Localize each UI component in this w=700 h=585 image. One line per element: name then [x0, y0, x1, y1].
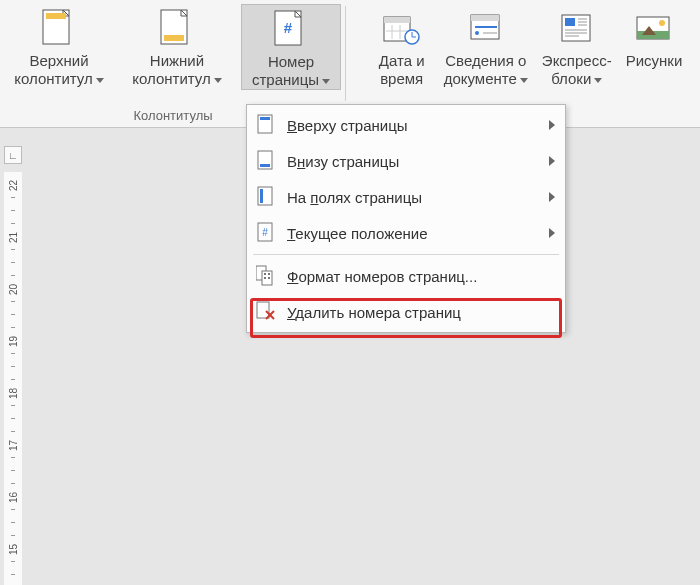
svg-text:#: # — [284, 19, 293, 36]
menu-separator — [253, 254, 559, 255]
date-time-button[interactable]: Дата и время — [372, 4, 432, 88]
menu-remove-page-numbers[interactable]: Удалить номера страниц — [247, 294, 565, 330]
svg-rect-3 — [164, 35, 184, 41]
pictures-button[interactable]: Рисунки — [624, 4, 685, 88]
chevron-down-icon — [520, 78, 528, 83]
svg-rect-36 — [260, 189, 263, 203]
submenu-arrow-icon — [549, 192, 555, 202]
svg-rect-41 — [264, 273, 266, 275]
current-position-icon: # — [253, 222, 279, 244]
header-icon — [42, 6, 76, 52]
ruler-corner: ∟ — [4, 146, 22, 164]
page-number-dropdown: Вверху страницы Внизу страницы На полях … — [246, 104, 566, 333]
footer-button[interactable]: Нижний колонтитул — [123, 4, 231, 90]
chevron-down-icon — [322, 79, 330, 84]
ruler-tick: 22 — [8, 177, 19, 195]
page-margins-icon — [253, 186, 279, 208]
vertical-ruler[interactable]: 2221201918171615 — [4, 172, 22, 585]
header-label-2: колонтитул — [14, 70, 93, 87]
chevron-down-icon — [594, 78, 602, 83]
svg-point-17 — [475, 31, 479, 35]
svg-rect-42 — [268, 273, 270, 275]
header-button[interactable]: Верхний колонтитул — [5, 4, 113, 90]
ruler-tick: 18 — [8, 385, 19, 403]
submenu-arrow-icon — [549, 156, 555, 166]
svg-rect-32 — [260, 117, 270, 120]
quick-parts-icon — [559, 6, 595, 52]
header-label-1: Верхний — [29, 52, 88, 70]
svg-rect-15 — [471, 15, 499, 21]
svg-rect-20 — [565, 18, 575, 26]
document-info-button[interactable]: Сведения о документе — [442, 4, 530, 88]
quick-parts-button[interactable]: Экспресс- блоки — [540, 4, 614, 88]
page-top-icon — [253, 114, 279, 136]
pictures-icon — [634, 6, 674, 52]
chevron-down-icon — [96, 78, 104, 83]
date-time-label-2: время — [380, 70, 423, 88]
quick-parts-label-2: блоки — [551, 70, 591, 87]
remove-page-numbers-icon — [253, 301, 279, 323]
page-number-label-2: страницы — [252, 71, 319, 88]
page-number-icon: # — [274, 7, 308, 53]
ruler-tick: 16 — [8, 489, 19, 507]
document-info-label-2: документе — [444, 70, 517, 87]
ruler-tick: 15 — [8, 541, 19, 559]
pictures-label-1: Рисунки — [626, 52, 683, 70]
svg-rect-45 — [257, 302, 269, 318]
menu-format-page-numbers[interactable]: Формат номеров страниц... — [247, 258, 565, 294]
date-time-label-1: Дата и — [379, 52, 425, 70]
submenu-arrow-icon — [549, 120, 555, 130]
menu-top-of-page[interactable]: Вверху страницы — [247, 107, 565, 143]
svg-text:#: # — [262, 227, 268, 238]
svg-rect-44 — [268, 277, 270, 279]
svg-rect-1 — [46, 13, 66, 19]
quick-parts-label-1: Экспресс- — [542, 52, 612, 70]
menu-bottom-of-page[interactable]: Внизу страницы — [247, 143, 565, 179]
svg-rect-43 — [264, 277, 266, 279]
ruler-tick: 20 — [8, 281, 19, 299]
document-info-icon — [467, 6, 505, 52]
svg-rect-7 — [384, 17, 410, 23]
page-number-label-1: Номер — [268, 53, 314, 71]
ruler-tick: 19 — [8, 333, 19, 351]
ruler-tick: 21 — [8, 229, 19, 247]
footer-label-2: колонтитул — [132, 70, 211, 87]
chevron-down-icon — [214, 78, 222, 83]
footer-icon — [160, 6, 194, 52]
ruler-tick: 17 — [8, 437, 19, 455]
footer-label-1: Нижний — [150, 52, 204, 70]
menu-current-position[interactable]: # Текущее положение — [247, 215, 565, 251]
format-page-numbers-icon — [253, 265, 279, 287]
page-number-button[interactable]: # Номер страницы — [241, 4, 341, 90]
svg-point-29 — [659, 20, 665, 26]
svg-rect-34 — [260, 164, 270, 167]
menu-page-margins[interactable]: На полях страницы — [247, 179, 565, 215]
svg-rect-40 — [262, 271, 272, 285]
date-time-icon — [382, 6, 422, 52]
group-label-headers-footers: Колонтитулы — [133, 108, 212, 123]
submenu-arrow-icon — [549, 228, 555, 238]
page-bottom-icon — [253, 150, 279, 172]
document-info-label-1: Сведения о — [445, 52, 526, 70]
